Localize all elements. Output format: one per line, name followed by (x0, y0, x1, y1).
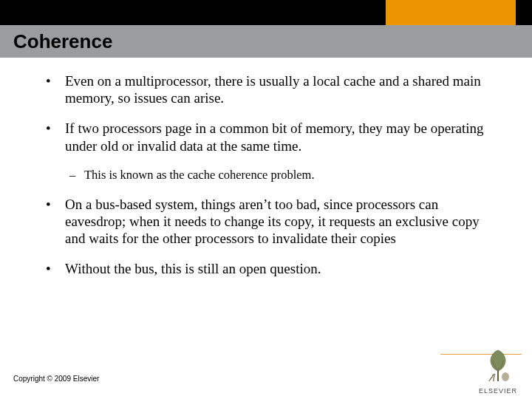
bullet-glyph: • (43, 72, 65, 106)
svg-point-1 (502, 372, 509, 381)
publisher-name: ELSEVIER (474, 387, 522, 395)
bullet-item: • Even on a multiprocessor, there is usu… (43, 72, 501, 106)
slide-body: • Even on a multiprocessor, there is usu… (43, 72, 501, 291)
bullet-item: • On a bus-based system, things aren’t t… (43, 196, 501, 248)
bullet-item: • If two processors page in a common bit… (43, 120, 501, 154)
elsevier-tree-icon (479, 347, 517, 383)
bullet-text: If two processors page in a common bit o… (65, 120, 501, 154)
copyright-text: Copyright © 2009 Elsevier (13, 375, 99, 383)
sub-bullet-item: – This is known as the cache coherence p… (65, 168, 501, 183)
bullet-glyph: • (43, 120, 65, 154)
bullet-text: Without the bus, this is still an open q… (65, 260, 501, 277)
bullet-text: Even on a multiprocessor, there is usual… (65, 72, 501, 106)
sub-bullet-glyph: – (65, 168, 84, 183)
header-orange-block (386, 0, 516, 25)
bullet-glyph: • (43, 196, 65, 248)
slide-title: Coherence (13, 30, 112, 53)
bullet-item: • Without the bus, this is still an open… (43, 260, 501, 277)
bullet-glyph: • (43, 260, 65, 277)
bullet-text: On a bus-based system, things aren’t too… (65, 196, 501, 248)
publisher-logo: ELSEVIER (474, 347, 522, 395)
title-bar: Coherence (0, 25, 532, 58)
sub-bullet-text: This is known as the cache coherence pro… (84, 168, 501, 183)
